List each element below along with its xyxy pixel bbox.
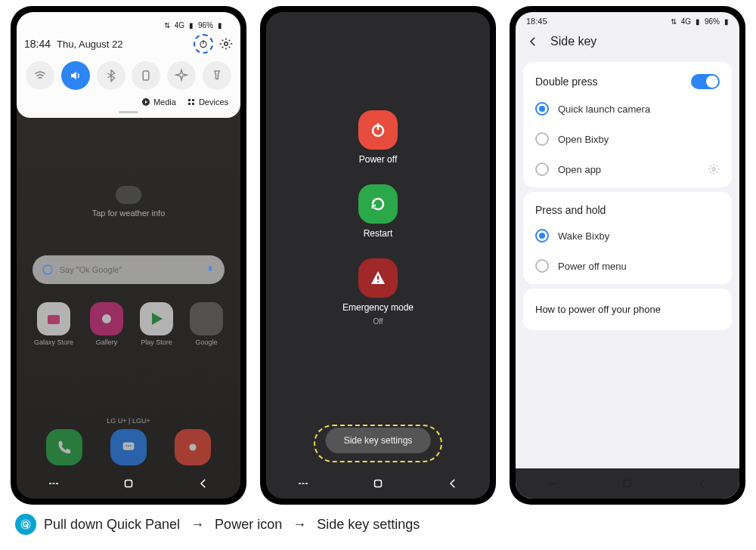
rotation-icon <box>139 69 153 82</box>
tap-icon <box>15 514 36 535</box>
battery-icon: ▮ <box>724 17 729 26</box>
search-placeholder: Say "Ok Google" <box>60 265 122 274</box>
dock-phone[interactable] <box>46 429 82 465</box>
warning-icon <box>369 269 387 287</box>
battery-pct: 96% <box>705 17 720 26</box>
nav-back[interactable] <box>188 468 218 499</box>
nav-home[interactable] <box>612 468 643 499</box>
network-icon: ⇅ <box>671 17 677 26</box>
double-press-card: Double press Quick launch camera Open Bi… <box>523 62 732 187</box>
nav-recents[interactable] <box>288 468 318 499</box>
google-search-bar[interactable]: Say "Ok Google" <box>33 255 225 284</box>
panel-handle[interactable] <box>119 111 138 113</box>
back-icon[interactable] <box>526 35 540 48</box>
flashlight-toggle[interactable] <box>203 61 231 90</box>
svg-rect-34 <box>624 480 631 487</box>
wifi-toggle[interactable] <box>26 61 54 90</box>
svg-point-6 <box>128 445 129 446</box>
section-double-press: Double press <box>535 76 598 88</box>
svg-rect-2 <box>48 315 60 324</box>
rotation-toggle[interactable] <box>132 61 160 90</box>
power-menu: Power off Restart Emergency mode Off <box>266 12 490 326</box>
radio-icon <box>535 229 549 243</box>
status-bar: 18:45 ⇅ 4G ▮ 96% ▮ <box>516 12 739 27</box>
gear-icon[interactable] <box>708 163 720 175</box>
battery-icon: ▮ <box>218 21 222 29</box>
svg-point-5 <box>125 445 127 446</box>
airplane-toggle[interactable] <box>167 61 196 90</box>
caption-step3: Side key settings <box>317 517 420 533</box>
opt-open-bixby[interactable]: Open Bixby <box>523 124 732 154</box>
svg-point-11 <box>225 42 228 46</box>
how-to-card[interactable]: How to power off your phone <box>523 289 732 330</box>
radio-icon <box>535 132 549 146</box>
opt-quick-launch-camera[interactable]: Quick launch camera <box>523 94 732 124</box>
devices-icon <box>187 97 196 107</box>
mic-icon[interactable] <box>205 264 215 275</box>
bluetooth-toggle[interactable] <box>97 61 125 90</box>
app-gallery[interactable]: Gallery <box>90 302 123 346</box>
power-icon-highlighted[interactable] <box>194 34 213 54</box>
dock-camera[interactable] <box>175 429 211 465</box>
svg-rect-12 <box>144 71 150 80</box>
svg-rect-1 <box>209 266 212 271</box>
settings-gear-icon[interactable] <box>219 37 233 51</box>
media-button[interactable]: Media <box>141 97 176 107</box>
network-icon: ⇅ <box>164 21 170 29</box>
nav-home[interactable] <box>363 468 393 499</box>
phone-power-menu: Power off Restart Emergency mode Off Sid… <box>260 6 496 505</box>
svg-point-8 <box>190 443 197 450</box>
side-key-settings-button[interactable]: Side key settings <box>326 428 431 453</box>
svg-point-30 <box>712 168 715 171</box>
app-play-store[interactable]: Play Store <box>140 302 173 346</box>
caption-step1: Pull down Quick Panel <box>44 517 180 533</box>
svg-point-25 <box>377 281 379 283</box>
how-to-link: How to power off your phone <box>523 292 732 327</box>
radio-icon <box>535 102 549 116</box>
caption-step2: Power icon <box>215 517 282 533</box>
power-off-button[interactable]: Power off <box>358 110 398 165</box>
opt-open-app[interactable]: Open app <box>523 154 732 184</box>
opt-power-off-menu[interactable]: Power off menu <box>523 251 732 281</box>
app-google-folder[interactable]: Google <box>190 302 223 346</box>
sound-toggle[interactable] <box>61 61 90 90</box>
bluetooth-icon <box>104 69 118 82</box>
svg-rect-15 <box>192 99 194 101</box>
devices-button[interactable]: Devices <box>187 97 228 107</box>
section-press-hold: Press and hold <box>535 204 606 216</box>
status-bar: ⇅ 4G ▮ 96% ▮ <box>24 17 233 31</box>
nav-recents[interactable] <box>538 468 568 499</box>
nav-bar <box>516 468 739 499</box>
phone-side-key-settings: 18:45 ⇅ 4G ▮ 96% ▮ Side key Double press… <box>510 6 745 505</box>
power-icon <box>369 121 387 139</box>
app-galaxy-store[interactable]: Galaxy Store <box>34 302 73 346</box>
arrow-icon: → <box>191 517 204 533</box>
page-title: Side key <box>550 35 596 48</box>
signal-4g: 4G <box>175 21 184 29</box>
weather-widget[interactable]: Tap for weather info <box>92 186 166 218</box>
emergency-mode-button[interactable]: Emergency mode Off <box>342 258 414 326</box>
battery-pct: 96% <box>198 21 213 29</box>
google-icon <box>42 264 54 276</box>
play-icon <box>141 97 150 107</box>
nav-back[interactable] <box>687 468 717 499</box>
restart-button[interactable]: Restart <box>358 184 398 239</box>
flashlight-icon <box>210 69 224 82</box>
nav-back[interactable] <box>438 468 468 499</box>
status-time: 18:45 <box>526 17 547 26</box>
radio-icon <box>535 162 549 176</box>
double-press-toggle[interactable] <box>691 74 720 89</box>
dock-messages[interactable] <box>110 429 147 465</box>
arrow-icon: → <box>293 517 306 533</box>
airplane-icon <box>175 69 188 82</box>
settings-header: Side key <box>516 27 739 57</box>
weather-hint: Tap for weather info <box>92 209 166 218</box>
press-hold-card: Press and hold Wake Bixby Power off menu <box>523 192 732 284</box>
power-icon <box>198 39 209 49</box>
quick-panel[interactable]: ⇅ 4G ▮ 96% ▮ 18:44 Thu, August 22 <box>17 12 240 118</box>
nav-bar <box>266 468 490 499</box>
nav-recents[interactable] <box>39 468 69 499</box>
opt-wake-bixby[interactable]: Wake Bixby <box>523 221 732 251</box>
carrier-label: LG U+ | LGU+ <box>17 417 240 425</box>
nav-home[interactable] <box>113 468 144 499</box>
